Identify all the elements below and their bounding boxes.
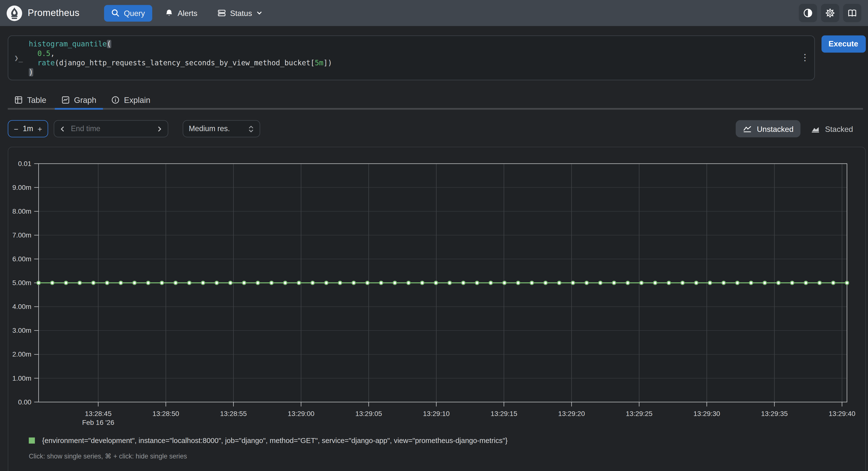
- contrast-icon: [803, 8, 812, 18]
- tab-explain[interactable]: Explain: [104, 92, 157, 108]
- prompt-icon: ❯_: [8, 36, 29, 79]
- legend-hint: Click: show single series, ⌘ + click: hi…: [29, 452, 187, 460]
- header-actions: [799, 4, 861, 22]
- brand[interactable]: Prometheus: [6, 5, 80, 21]
- svg-text:5.00m: 5.00m: [12, 279, 31, 287]
- code-token-plain: [29, 49, 37, 57]
- nav-item-label: Query: [124, 8, 145, 18]
- nav-item-label: Alerts: [178, 8, 197, 18]
- time-series-chart[interactable]: 0.019.00m8.00m7.00m6.00m5.00m4.00m3.00m2…: [8, 147, 865, 431]
- settings-button[interactable]: [821, 4, 839, 22]
- svg-text:13:29:40: 13:29:40: [829, 410, 856, 417]
- code-token-num: 5m: [315, 59, 323, 67]
- range-value[interactable]: 1m: [23, 124, 33, 133]
- svg-text:3.00m: 3.00m: [12, 327, 31, 334]
- stack-option-label: Unstacked: [757, 124, 794, 133]
- code-line: ): [29, 67, 795, 77]
- tab-label: Table: [27, 95, 46, 105]
- stacked-button[interactable]: Stacked: [804, 120, 860, 137]
- docs-button[interactable]: [843, 4, 861, 22]
- nav-item-alerts[interactable]: Alerts: [158, 5, 205, 21]
- server-icon: [217, 9, 225, 17]
- code-token-fn: histogram_quantile: [29, 39, 107, 48]
- svg-text:0.00: 0.00: [18, 398, 31, 406]
- code-line: 0.5,: [29, 49, 795, 58]
- time-back-button[interactable]: [58, 125, 68, 132]
- time-forward-button[interactable]: [154, 125, 164, 132]
- graph-icon: [61, 96, 70, 104]
- svg-text:13:29:15: 13:29:15: [491, 410, 517, 417]
- svg-text:2.00m: 2.00m: [12, 351, 31, 358]
- line-chart-icon: [743, 124, 752, 133]
- execute-button[interactable]: Execute: [821, 35, 865, 52]
- code-token-fn: rate: [37, 59, 55, 67]
- svg-text:13:29:05: 13:29:05: [355, 410, 382, 417]
- app-title: Prometheus: [28, 7, 80, 19]
- chevron-down-icon: [256, 10, 263, 16]
- range-selector: − 1m +: [8, 120, 49, 137]
- code-token-plain: ,: [51, 49, 55, 57]
- svg-text:13:29:30: 13:29:30: [693, 410, 720, 417]
- legend-item[interactable]: {environment="development", instance="lo…: [29, 436, 507, 445]
- code-token-plain: [29, 59, 37, 67]
- main-nav: Query Alerts: [104, 5, 270, 21]
- prometheus-app: Prometheus Query Alerts: [0, 0, 868, 471]
- code-token-plain: ]): [323, 59, 332, 67]
- promql-input[interactable]: histogram_quantile( 0.5, rate(django_htt…: [29, 36, 795, 79]
- code-line: histogram_quantile(: [29, 39, 795, 49]
- end-time-input[interactable]: [67, 124, 154, 133]
- nav-item-label: Status: [230, 8, 252, 18]
- tab-label: Explain: [124, 95, 150, 105]
- resolution-value: Medium res.: [189, 124, 230, 133]
- graph-panel: 0.019.00m8.00m7.00m6.00m5.00m4.00m3.00m2…: [8, 147, 866, 471]
- range-decrease-button[interactable]: −: [10, 122, 22, 136]
- book-icon: [848, 8, 857, 18]
- code-token-bracket: (: [107, 39, 111, 48]
- stack-option-label: Stacked: [825, 124, 853, 133]
- bell-icon: [165, 9, 173, 17]
- series-swatch: [29, 438, 35, 444]
- stacking-toggle: Unstacked Stacked: [736, 120, 860, 137]
- svg-text:13:29:25: 13:29:25: [626, 410, 652, 417]
- svg-text:13:28:50: 13:28:50: [152, 410, 179, 417]
- svg-text:13:28:45: 13:28:45: [85, 410, 112, 417]
- svg-text:8.00m: 8.00m: [12, 207, 31, 215]
- prometheus-logo-icon: [6, 5, 23, 21]
- svg-text:6.00m: 6.00m: [12, 255, 31, 263]
- select-chevrons-icon: [248, 125, 254, 133]
- resolution-select[interactable]: Medium res.: [183, 120, 260, 137]
- code-token-num: 0.5: [37, 49, 51, 57]
- svg-text:1.00m: 1.00m: [12, 375, 31, 382]
- header: Prometheus Query Alerts: [0, 0, 868, 26]
- series-label: {environment="development", instance="lo…: [42, 436, 507, 445]
- svg-text:9.00m: 9.00m: [12, 184, 31, 191]
- range-increase-button[interactable]: +: [34, 122, 45, 136]
- svg-text:13:29:00: 13:29:00: [288, 410, 314, 417]
- info-icon: [111, 96, 120, 104]
- graph-toolbar: − 1m + Medium res.: [8, 120, 860, 137]
- svg-text:0.01: 0.01: [18, 160, 31, 168]
- nav-item-query[interactable]: Query: [104, 5, 152, 21]
- table-icon: [14, 96, 23, 104]
- result-tabs: Table Graph Explain: [8, 92, 863, 110]
- code-token-plain: (django_http_requests_latency_seconds_by…: [55, 59, 315, 67]
- unstacked-button[interactable]: Unstacked: [736, 120, 801, 137]
- svg-text:13:29:10: 13:29:10: [423, 410, 450, 417]
- query-editor-panel: ❯_ histogram_quantile( 0.5, rate(django_…: [8, 35, 815, 80]
- code-token-bracket: ): [29, 68, 33, 77]
- svg-text:4.00m: 4.00m: [12, 303, 31, 311]
- theme-toggle-button[interactable]: [799, 4, 817, 22]
- search-icon: [111, 9, 120, 17]
- svg-text:13:29:20: 13:29:20: [558, 410, 585, 417]
- editor-menu-button[interactable]: ⋮: [801, 53, 809, 62]
- tab-graph[interactable]: Graph: [55, 92, 103, 108]
- svg-text:13:29:35: 13:29:35: [761, 410, 788, 417]
- area-chart-icon: [811, 124, 820, 133]
- svg-text:7.00m: 7.00m: [12, 231, 31, 239]
- svg-text:Feb 16 '26: Feb 16 '26: [82, 419, 114, 426]
- gear-icon: [825, 8, 835, 18]
- code-line: rate(django_http_requests_latency_second…: [29, 58, 795, 68]
- nav-item-status[interactable]: Status: [210, 5, 270, 21]
- tab-table[interactable]: Table: [8, 92, 53, 108]
- end-time-picker: [54, 120, 168, 137]
